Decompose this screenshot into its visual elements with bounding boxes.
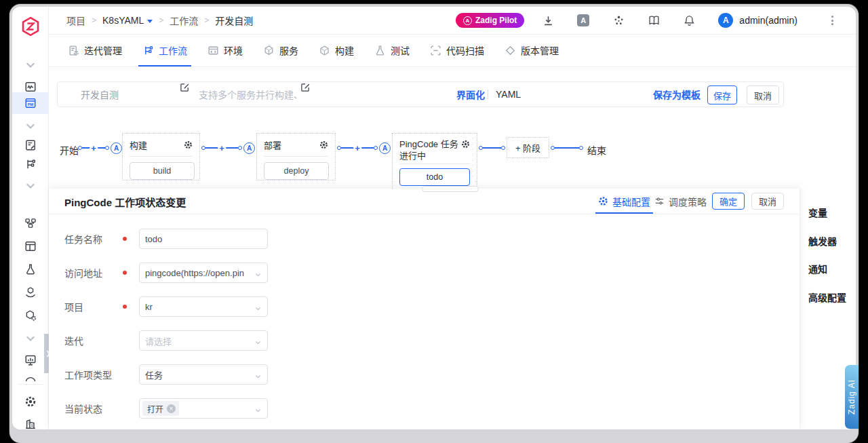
notifications-bell-icon[interactable] — [683, 14, 695, 26]
sidebar-group-chevron-icon[interactable] — [24, 332, 37, 345]
view-toggle-ui[interactable]: 界面化 — [456, 82, 485, 107]
job-build-button[interactable]: build — [130, 162, 195, 180]
tab-code-scan[interactable]: 代码扫描 — [430, 34, 484, 66]
form-row-endpoint: 访问地址 pingcode(https://open.pin — [64, 263, 349, 283]
sidebar-environments-icon[interactable] — [24, 239, 37, 253]
rail-triggers[interactable]: 触发器 — [808, 234, 837, 248]
tab-environments[interactable]: 环境 — [208, 34, 243, 66]
tab-services[interactable]: 服务 — [263, 34, 298, 66]
left-sidebar: PM — [12, 7, 49, 429]
tab-builds[interactable]: 构建 — [319, 34, 354, 66]
tab-version-management[interactable]: 版本管理 — [505, 34, 559, 66]
job-todo-button[interactable]: todo — [399, 168, 470, 186]
rail-notifications[interactable]: 通知 — [808, 262, 827, 275]
task-name-input[interactable] — [145, 234, 262, 244]
sidebar-organization-icon[interactable] — [24, 417, 37, 429]
sidebar-pipelines-icon[interactable] — [24, 216, 37, 230]
panel-tab-schedule-policy[interactable]: 调度策略 — [654, 189, 707, 214]
sidebar-data-insight-icon[interactable] — [24, 353, 37, 367]
breadcrumb-dropdown-caret-icon[interactable] — [147, 20, 153, 23]
end-node-label: 结束 — [587, 143, 606, 157]
tab-iteration-management[interactable]: 迭代管理 — [68, 34, 122, 66]
connector-line — [555, 147, 579, 149]
connector: + A — [78, 142, 122, 153]
docs-book-icon[interactable] — [648, 14, 660, 26]
panel-header-divider — [49, 214, 800, 214]
stage-deploy[interactable]: 部署 deploy — [256, 133, 336, 180]
user-avatar[interactable]: A — [718, 13, 733, 28]
approval-badge[interactable]: A — [243, 142, 255, 154]
required-dot — [123, 271, 127, 275]
sidebar-testing-icon[interactable] — [24, 263, 37, 276]
sidebar-project-management-icon[interactable]: PM — [24, 96, 37, 110]
download-icon[interactable] — [542, 14, 554, 26]
chevron-down-icon — [254, 405, 262, 412]
sidebar-release-plan-icon[interactable] — [24, 138, 37, 152]
edit-name-icon[interactable] — [180, 82, 190, 92]
form-row-task-name: 任务名称 — [64, 229, 349, 249]
stage-settings-gear-icon[interactable] — [184, 140, 193, 149]
sidebar-dashboard-icon[interactable] — [24, 80, 37, 94]
stage-pingcode[interactable]: PingCode 任务进行中 todo — [392, 133, 477, 191]
connector-dot — [105, 146, 109, 150]
current-status-select[interactable]: 打开 × — [139, 398, 268, 419]
sidebar-group-chevron-icon[interactable] — [24, 58, 37, 72]
user-name[interactable]: admin(admin) — [739, 15, 797, 26]
panel-tab-basic-config[interactable]: 基础配置 — [598, 189, 650, 214]
sidebar-group-chevron-icon[interactable] — [24, 179, 37, 193]
sprint-select[interactable]: 请选择 — [139, 330, 268, 351]
topbar-right-cluster: A Zadig Pilot A A admin(admin) — [456, 7, 833, 34]
view-toggle-yaml[interactable]: YAML — [496, 82, 521, 107]
save-as-template-link[interactable]: 保存为模板 — [653, 82, 701, 107]
breadcrumb-projects[interactable]: 项目 — [66, 14, 85, 27]
rail-advanced-config[interactable]: 高级配置 — [808, 290, 846, 304]
zadig-pilot-button[interactable]: A Zadig Pilot — [456, 13, 524, 28]
basic-config-gear-icon — [598, 196, 608, 206]
project-select[interactable]: kr — [139, 296, 268, 317]
breadcrumb-workflows[interactable]: 工作流 — [170, 14, 198, 27]
breadcrumb-project-name[interactable]: K8sYAML — [102, 15, 153, 26]
pilot-icon: A — [463, 16, 472, 25]
tabbar-divider — [49, 66, 856, 67]
sidebar-clipped-icon[interactable] — [24, 374, 37, 381]
panel-confirm-button[interactable]: 确定 — [712, 193, 745, 210]
job-deploy-button[interactable]: deploy — [264, 162, 329, 180]
insert-stage-plus-button[interactable]: + — [353, 145, 361, 152]
approval-badge[interactable]: A — [111, 142, 122, 154]
translate-icon[interactable]: A — [577, 14, 589, 26]
workflow-editor-toolbar: 开发自测 支持多个服务并行构建、| 界面化 YAML 保存为模板 保存 取消 — [57, 81, 784, 107]
zadig-logo-icon[interactable] — [20, 16, 41, 37]
sidebar-artifacts-icon[interactable] — [24, 309, 37, 322]
cancel-button[interactable]: 取消 — [747, 85, 779, 104]
save-button[interactable]: 保存 — [707, 85, 737, 104]
stage-title: 构建 — [130, 138, 147, 151]
more-menu-kebab-icon[interactable] — [831, 16, 833, 25]
canvas-horizontal-scrollbar[interactable] — [422, 186, 479, 192]
job-config-panel: PingCode 工作项状态变更 基础配置 调度策略 确定 取消 任务名称 访问… — [49, 189, 800, 429]
sidebar-settings-gear-icon[interactable] — [24, 395, 37, 408]
required-dot — [123, 237, 127, 241]
connector-line: + — [341, 147, 374, 149]
endpoint-select[interactable]: pingcode(https://open.pin — [139, 263, 268, 283]
panel-cancel-button[interactable]: 取消 — [751, 193, 784, 210]
sidebar-delivery-icon[interactable] — [24, 286, 37, 299]
workitem-type-select[interactable]: 任务 — [139, 364, 268, 385]
zadig-ai-tab[interactable]: Zadig AI — [845, 365, 859, 429]
stage-settings-gear-icon[interactable] — [319, 140, 328, 149]
insert-stage-plus-button[interactable]: + — [218, 145, 226, 152]
sidebar-group-chevron-icon[interactable] — [24, 119, 37, 133]
stage-build[interactable]: 构建 build — [122, 133, 200, 180]
edit-description-icon[interactable] — [300, 82, 311, 92]
tab-workflows[interactable]: 工作流 — [142, 34, 187, 66]
rail-variables[interactable]: 变量 — [808, 206, 827, 219]
task-name-input-wrap — [139, 229, 268, 249]
tag-remove-icon[interactable]: × — [167, 404, 176, 413]
insert-stage-plus-button[interactable]: + — [90, 145, 98, 152]
form-row-workitem-type: 工作项类型 任务 — [64, 364, 349, 385]
add-stage-button[interactable]: + 阶段 — [507, 137, 549, 158]
approval-badge[interactable]: A — [379, 142, 391, 154]
tab-tests[interactable]: 测试 — [374, 34, 410, 66]
apps-cluster-icon[interactable] — [612, 14, 625, 26]
stage-settings-gear-icon[interactable] — [461, 140, 470, 149]
sidebar-workflow-icon[interactable] — [24, 157, 37, 171]
